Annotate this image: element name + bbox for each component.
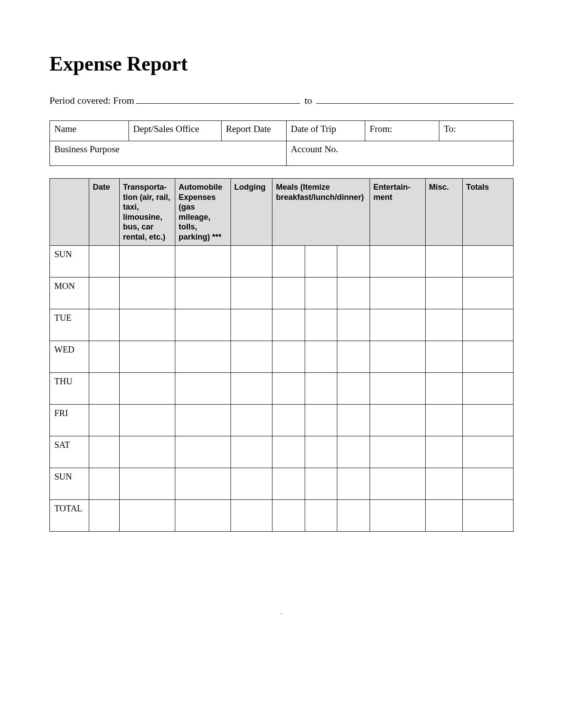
expense-cell[interactable] <box>230 246 272 278</box>
expense-cell[interactable] <box>337 436 370 468</box>
expense-cell[interactable] <box>425 278 462 309</box>
expense-cell[interactable] <box>305 468 337 500</box>
expense-cell[interactable] <box>425 246 462 278</box>
expense-cell[interactable] <box>462 405 514 436</box>
expense-cell[interactable] <box>175 278 230 309</box>
expense-cell[interactable] <box>370 405 425 436</box>
expense-cell[interactable] <box>119 468 175 500</box>
report-date-cell[interactable]: Report Date <box>221 121 286 141</box>
expense-cell[interactable] <box>119 405 175 436</box>
expense-cell[interactable] <box>272 309 305 341</box>
dept-cell[interactable]: Dept/Sales Office <box>128 121 221 141</box>
to-cell[interactable]: To: <box>439 121 514 141</box>
expense-cell[interactable] <box>230 278 272 309</box>
expense-cell[interactable] <box>119 500 175 532</box>
expense-cell[interactable] <box>370 373 425 405</box>
expense-cell[interactable] <box>337 500 370 532</box>
expense-cell[interactable] <box>230 500 272 532</box>
expense-cell[interactable] <box>305 246 337 278</box>
expense-cell[interactable] <box>462 341 514 373</box>
expense-cell[interactable] <box>175 405 230 436</box>
expense-cell[interactable] <box>425 405 462 436</box>
expense-cell[interactable] <box>89 309 119 341</box>
expense-cell[interactable] <box>425 309 462 341</box>
expense-cell[interactable] <box>462 373 514 405</box>
expense-cell[interactable] <box>175 373 230 405</box>
expense-cell[interactable] <box>370 468 425 500</box>
expense-cell[interactable] <box>462 500 514 532</box>
expense-cell[interactable] <box>425 468 462 500</box>
expense-cell[interactable] <box>89 246 119 278</box>
expense-cell[interactable] <box>119 246 175 278</box>
date-of-trip-cell[interactable]: Date of Trip <box>286 121 365 141</box>
expense-cell[interactable] <box>89 405 119 436</box>
expense-cell[interactable] <box>119 278 175 309</box>
expense-cell[interactable] <box>175 436 230 468</box>
expense-cell[interactable] <box>305 341 337 373</box>
expense-cell[interactable] <box>230 373 272 405</box>
expense-cell[interactable] <box>89 468 119 500</box>
expense-cell[interactable] <box>305 309 337 341</box>
expense-cell[interactable] <box>462 309 514 341</box>
expense-cell[interactable] <box>337 309 370 341</box>
expense-cell[interactable] <box>272 405 305 436</box>
expense-cell[interactable] <box>119 373 175 405</box>
expense-cell[interactable] <box>305 373 337 405</box>
expense-cell[interactable] <box>337 468 370 500</box>
expense-cell[interactable] <box>462 278 514 309</box>
expense-cell[interactable] <box>370 309 425 341</box>
expense-cell[interactable] <box>119 309 175 341</box>
expense-cell[interactable] <box>425 373 462 405</box>
account-no-cell[interactable]: Account No. <box>286 141 514 166</box>
expense-cell[interactable] <box>272 246 305 278</box>
expense-cell[interactable] <box>337 373 370 405</box>
expense-cell[interactable] <box>337 278 370 309</box>
expense-cell[interactable] <box>462 468 514 500</box>
from-cell[interactable]: From: <box>365 121 439 141</box>
expense-cell[interactable] <box>175 246 230 278</box>
expense-cell[interactable] <box>370 278 425 309</box>
expense-cell[interactable] <box>305 405 337 436</box>
expense-cell[interactable] <box>337 405 370 436</box>
expense-cell[interactable] <box>89 436 119 468</box>
expense-cell[interactable] <box>305 436 337 468</box>
expense-cell[interactable] <box>230 341 272 373</box>
expense-cell[interactable] <box>337 341 370 373</box>
period-from-blank[interactable] <box>136 94 300 104</box>
expense-cell[interactable] <box>425 341 462 373</box>
expense-cell[interactable] <box>119 436 175 468</box>
expense-cell[interactable] <box>272 500 305 532</box>
name-cell[interactable]: Name <box>50 121 129 141</box>
expense-cell[interactable] <box>89 341 119 373</box>
expense-cell[interactable] <box>337 246 370 278</box>
expense-cell[interactable] <box>425 500 462 532</box>
expense-cell[interactable] <box>89 500 119 532</box>
expense-cell[interactable] <box>462 246 514 278</box>
expense-cell[interactable] <box>370 436 425 468</box>
period-to-blank[interactable] <box>316 94 514 104</box>
expense-cell[interactable] <box>230 436 272 468</box>
expense-cell[interactable] <box>272 341 305 373</box>
expense-cell[interactable] <box>230 309 272 341</box>
expense-cell[interactable] <box>89 373 119 405</box>
expense-cell[interactable] <box>272 373 305 405</box>
expense-cell[interactable] <box>119 341 175 373</box>
expense-cell[interactable] <box>370 500 425 532</box>
expense-cell[interactable] <box>175 309 230 341</box>
expense-cell[interactable] <box>272 468 305 500</box>
expense-cell[interactable] <box>272 278 305 309</box>
expense-cell[interactable] <box>230 468 272 500</box>
expense-cell[interactable] <box>230 405 272 436</box>
expense-cell[interactable] <box>175 468 230 500</box>
expense-cell[interactable] <box>462 436 514 468</box>
expense-cell[interactable] <box>370 246 425 278</box>
expense-cell[interactable] <box>272 436 305 468</box>
expense-cell[interactable] <box>370 341 425 373</box>
expense-cell[interactable] <box>425 436 462 468</box>
expense-cell[interactable] <box>89 278 119 309</box>
business-purpose-cell[interactable]: Business Purpose <box>50 141 287 166</box>
expense-cell[interactable] <box>305 278 337 309</box>
expense-cell[interactable] <box>175 500 230 532</box>
expense-cell[interactable] <box>305 500 337 532</box>
expense-cell[interactable] <box>175 341 230 373</box>
